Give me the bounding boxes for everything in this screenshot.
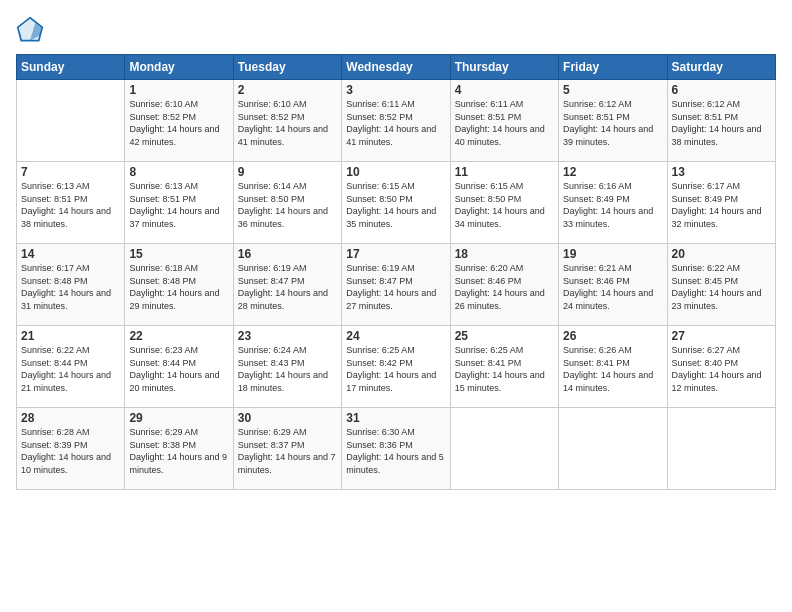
- week-row-2: 7Sunrise: 6:13 AMSunset: 8:51 PMDaylight…: [17, 162, 776, 244]
- day-number: 25: [455, 329, 554, 343]
- cell-details: Sunrise: 6:28 AMSunset: 8:39 PMDaylight:…: [21, 426, 120, 476]
- cell-details: Sunrise: 6:11 AMSunset: 8:52 PMDaylight:…: [346, 98, 445, 148]
- day-number: 13: [672, 165, 771, 179]
- cell-details: Sunrise: 6:22 AMSunset: 8:45 PMDaylight:…: [672, 262, 771, 312]
- day-number: 11: [455, 165, 554, 179]
- day-number: 1: [129, 83, 228, 97]
- header: [16, 16, 776, 44]
- header-day-friday: Friday: [559, 55, 667, 80]
- calendar-cell: 12Sunrise: 6:16 AMSunset: 8:49 PMDayligh…: [559, 162, 667, 244]
- calendar-cell: 18Sunrise: 6:20 AMSunset: 8:46 PMDayligh…: [450, 244, 558, 326]
- calendar-cell: 10Sunrise: 6:15 AMSunset: 8:50 PMDayligh…: [342, 162, 450, 244]
- day-number: 12: [563, 165, 662, 179]
- calendar-cell: 17Sunrise: 6:19 AMSunset: 8:47 PMDayligh…: [342, 244, 450, 326]
- day-number: 3: [346, 83, 445, 97]
- cell-details: Sunrise: 6:24 AMSunset: 8:43 PMDaylight:…: [238, 344, 337, 394]
- day-number: 28: [21, 411, 120, 425]
- calendar-cell: 20Sunrise: 6:22 AMSunset: 8:45 PMDayligh…: [667, 244, 775, 326]
- week-row-3: 14Sunrise: 6:17 AMSunset: 8:48 PMDayligh…: [17, 244, 776, 326]
- calendar-cell: [559, 408, 667, 490]
- logo-icon: [16, 16, 44, 44]
- calendar-cell: 1Sunrise: 6:10 AMSunset: 8:52 PMDaylight…: [125, 80, 233, 162]
- calendar-cell: 25Sunrise: 6:25 AMSunset: 8:41 PMDayligh…: [450, 326, 558, 408]
- cell-details: Sunrise: 6:14 AMSunset: 8:50 PMDaylight:…: [238, 180, 337, 230]
- day-number: 17: [346, 247, 445, 261]
- calendar-cell: 14Sunrise: 6:17 AMSunset: 8:48 PMDayligh…: [17, 244, 125, 326]
- day-number: 29: [129, 411, 228, 425]
- cell-details: Sunrise: 6:29 AMSunset: 8:37 PMDaylight:…: [238, 426, 337, 476]
- cell-details: Sunrise: 6:11 AMSunset: 8:51 PMDaylight:…: [455, 98, 554, 148]
- cell-details: Sunrise: 6:10 AMSunset: 8:52 PMDaylight:…: [129, 98, 228, 148]
- day-number: 9: [238, 165, 337, 179]
- calendar-cell: 9Sunrise: 6:14 AMSunset: 8:50 PMDaylight…: [233, 162, 341, 244]
- calendar-cell: [450, 408, 558, 490]
- day-number: 2: [238, 83, 337, 97]
- header-day-tuesday: Tuesday: [233, 55, 341, 80]
- cell-details: Sunrise: 6:13 AMSunset: 8:51 PMDaylight:…: [21, 180, 120, 230]
- day-number: 10: [346, 165, 445, 179]
- calendar-cell: 15Sunrise: 6:18 AMSunset: 8:48 PMDayligh…: [125, 244, 233, 326]
- calendar-cell: 11Sunrise: 6:15 AMSunset: 8:50 PMDayligh…: [450, 162, 558, 244]
- cell-details: Sunrise: 6:16 AMSunset: 8:49 PMDaylight:…: [563, 180, 662, 230]
- header-day-wednesday: Wednesday: [342, 55, 450, 80]
- day-number: 16: [238, 247, 337, 261]
- cell-details: Sunrise: 6:22 AMSunset: 8:44 PMDaylight:…: [21, 344, 120, 394]
- calendar-cell: 7Sunrise: 6:13 AMSunset: 8:51 PMDaylight…: [17, 162, 125, 244]
- calendar-cell: 13Sunrise: 6:17 AMSunset: 8:49 PMDayligh…: [667, 162, 775, 244]
- day-number: 23: [238, 329, 337, 343]
- calendar-cell: 23Sunrise: 6:24 AMSunset: 8:43 PMDayligh…: [233, 326, 341, 408]
- cell-details: Sunrise: 6:12 AMSunset: 8:51 PMDaylight:…: [672, 98, 771, 148]
- calendar-cell: [17, 80, 125, 162]
- calendar-cell: 3Sunrise: 6:11 AMSunset: 8:52 PMDaylight…: [342, 80, 450, 162]
- cell-details: Sunrise: 6:26 AMSunset: 8:41 PMDaylight:…: [563, 344, 662, 394]
- day-number: 7: [21, 165, 120, 179]
- day-number: 6: [672, 83, 771, 97]
- day-number: 31: [346, 411, 445, 425]
- calendar-cell: 26Sunrise: 6:26 AMSunset: 8:41 PMDayligh…: [559, 326, 667, 408]
- cell-details: Sunrise: 6:17 AMSunset: 8:49 PMDaylight:…: [672, 180, 771, 230]
- day-number: 30: [238, 411, 337, 425]
- day-number: 19: [563, 247, 662, 261]
- logo: [16, 16, 48, 44]
- day-number: 14: [21, 247, 120, 261]
- cell-details: Sunrise: 6:25 AMSunset: 8:42 PMDaylight:…: [346, 344, 445, 394]
- header-row: SundayMondayTuesdayWednesdayThursdayFrid…: [17, 55, 776, 80]
- cell-details: Sunrise: 6:19 AMSunset: 8:47 PMDaylight:…: [238, 262, 337, 312]
- calendar-cell: 28Sunrise: 6:28 AMSunset: 8:39 PMDayligh…: [17, 408, 125, 490]
- cell-details: Sunrise: 6:20 AMSunset: 8:46 PMDaylight:…: [455, 262, 554, 312]
- calendar-cell: [667, 408, 775, 490]
- day-number: 22: [129, 329, 228, 343]
- week-row-4: 21Sunrise: 6:22 AMSunset: 8:44 PMDayligh…: [17, 326, 776, 408]
- calendar-cell: 6Sunrise: 6:12 AMSunset: 8:51 PMDaylight…: [667, 80, 775, 162]
- cell-details: Sunrise: 6:23 AMSunset: 8:44 PMDaylight:…: [129, 344, 228, 394]
- calendar-cell: 21Sunrise: 6:22 AMSunset: 8:44 PMDayligh…: [17, 326, 125, 408]
- day-number: 8: [129, 165, 228, 179]
- week-row-1: 1Sunrise: 6:10 AMSunset: 8:52 PMDaylight…: [17, 80, 776, 162]
- cell-details: Sunrise: 6:29 AMSunset: 8:38 PMDaylight:…: [129, 426, 228, 476]
- day-number: 26: [563, 329, 662, 343]
- calendar-cell: 4Sunrise: 6:11 AMSunset: 8:51 PMDaylight…: [450, 80, 558, 162]
- header-day-sunday: Sunday: [17, 55, 125, 80]
- calendar-cell: 5Sunrise: 6:12 AMSunset: 8:51 PMDaylight…: [559, 80, 667, 162]
- header-day-monday: Monday: [125, 55, 233, 80]
- day-number: 27: [672, 329, 771, 343]
- day-number: 20: [672, 247, 771, 261]
- day-number: 24: [346, 329, 445, 343]
- day-number: 18: [455, 247, 554, 261]
- calendar-cell: 24Sunrise: 6:25 AMSunset: 8:42 PMDayligh…: [342, 326, 450, 408]
- calendar-cell: 31Sunrise: 6:30 AMSunset: 8:36 PMDayligh…: [342, 408, 450, 490]
- calendar-cell: 27Sunrise: 6:27 AMSunset: 8:40 PMDayligh…: [667, 326, 775, 408]
- day-number: 5: [563, 83, 662, 97]
- page-container: SundayMondayTuesdayWednesdayThursdayFrid…: [0, 0, 792, 612]
- cell-details: Sunrise: 6:27 AMSunset: 8:40 PMDaylight:…: [672, 344, 771, 394]
- cell-details: Sunrise: 6:18 AMSunset: 8:48 PMDaylight:…: [129, 262, 228, 312]
- cell-details: Sunrise: 6:15 AMSunset: 8:50 PMDaylight:…: [455, 180, 554, 230]
- cell-details: Sunrise: 6:30 AMSunset: 8:36 PMDaylight:…: [346, 426, 445, 476]
- cell-details: Sunrise: 6:19 AMSunset: 8:47 PMDaylight:…: [346, 262, 445, 312]
- calendar-cell: 2Sunrise: 6:10 AMSunset: 8:52 PMDaylight…: [233, 80, 341, 162]
- cell-details: Sunrise: 6:25 AMSunset: 8:41 PMDaylight:…: [455, 344, 554, 394]
- week-row-5: 28Sunrise: 6:28 AMSunset: 8:39 PMDayligh…: [17, 408, 776, 490]
- calendar-table: SundayMondayTuesdayWednesdayThursdayFrid…: [16, 54, 776, 490]
- calendar-cell: 19Sunrise: 6:21 AMSunset: 8:46 PMDayligh…: [559, 244, 667, 326]
- cell-details: Sunrise: 6:15 AMSunset: 8:50 PMDaylight:…: [346, 180, 445, 230]
